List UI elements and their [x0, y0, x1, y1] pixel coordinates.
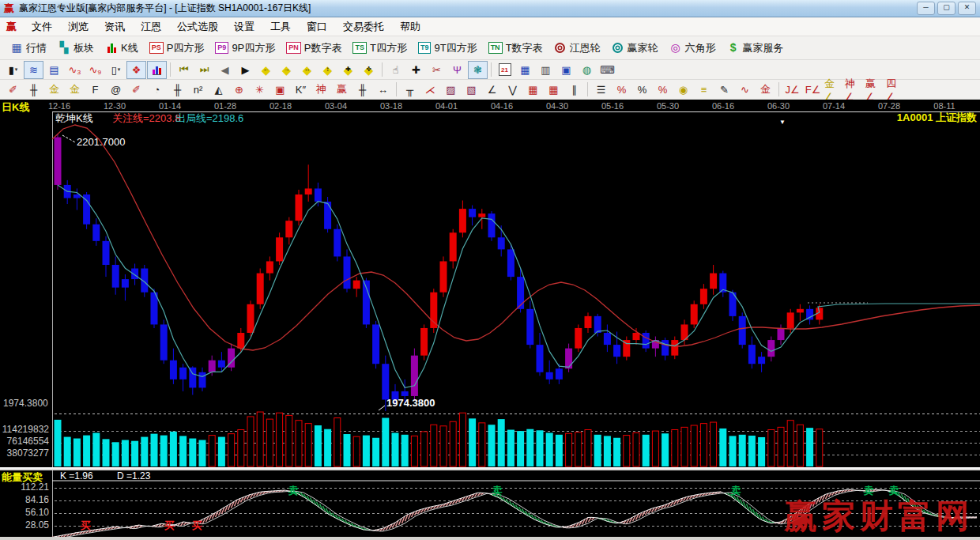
- gann-circle-button[interactable]: ⊕: [229, 81, 249, 99]
- scale-tool-button[interactable]: ☰: [591, 81, 611, 99]
- qiankun-mode-button[interactable]: ❖: [126, 61, 146, 79]
- menu-item-9[interactable]: 帮助: [392, 17, 428, 36]
- toolbar-button-p-square[interactable]: PSP四方形: [144, 39, 210, 58]
- percent-button[interactable]: %: [632, 81, 652, 99]
- toolbar-button-kline[interactable]: K线: [100, 39, 144, 58]
- menu-item-6[interactable]: 工具: [262, 17, 299, 36]
- zoom-vertical-button[interactable]: ◆↕: [318, 61, 337, 79]
- percent-level-button[interactable]: %: [653, 81, 673, 99]
- gold-ruler-2-button[interactable]: 金: [65, 81, 85, 99]
- gann-tool-button[interactable]: Ψ: [447, 61, 467, 79]
- toolbar-button-p-number-table[interactable]: PNP数字表: [281, 39, 347, 58]
- shen-tool-button[interactable]: 神: [311, 81, 331, 99]
- ruler-123-button[interactable]: ╫: [352, 81, 372, 99]
- gold-ruler-button[interactable]: 金: [44, 81, 64, 99]
- toolbar-button-9t-square[interactable]: T99T四方形: [413, 39, 483, 58]
- arc-ruler-button[interactable]: ◔: [147, 81, 167, 99]
- notes-button[interactable]: ▥: [536, 61, 556, 79]
- menu-item-5[interactable]: 设置: [226, 17, 262, 36]
- menu-item-8[interactable]: 交易委托: [335, 17, 392, 36]
- pencil-button[interactable]: ✐: [3, 81, 23, 99]
- smart-analysis-button[interactable]: ❃: [468, 61, 488, 79]
- spiral-button[interactable]: @: [106, 81, 126, 99]
- measure-button[interactable]: ✂: [427, 61, 447, 79]
- toolbar-button-quotes[interactable]: ▦行情: [5, 39, 52, 58]
- zoom-out-button[interactable]: ◆✜: [359, 61, 379, 79]
- j-angle-button[interactable]: J∠: [782, 81, 802, 99]
- first-page-button[interactable]: ⏮: [174, 61, 194, 79]
- gann-box-button[interactable]: ▣: [270, 81, 290, 99]
- grid-red-button[interactable]: ▦: [523, 81, 543, 99]
- toolbar-button-hexagon[interactable]: ◎六角形: [664, 39, 722, 58]
- gold-line-button[interactable]: 金: [756, 81, 775, 99]
- crosshair-button[interactable]: ✚: [406, 61, 426, 79]
- gold-angle-button[interactable]: 金∠: [824, 81, 843, 99]
- close-button[interactable]: ✕: [958, 2, 976, 15]
- gold-levels-button[interactable]: ≡: [694, 81, 714, 99]
- toolbar-button-9p-square[interactable]: P99P四方形: [209, 39, 281, 58]
- menu-item-0[interactable]: 文件: [24, 17, 60, 36]
- terminal-button[interactable]: ⌨: [597, 61, 617, 79]
- menu-item-4[interactable]: 公式选股: [169, 17, 226, 36]
- zoom-right-button[interactable]: ◆→: [277, 61, 296, 79]
- volume-style-button[interactable]: [147, 61, 167, 79]
- minimize-button[interactable]: ─: [917, 2, 935, 15]
- toolbar-button-t-square[interactable]: TST四方形: [347, 39, 412, 58]
- calendar-button[interactable]: 21: [495, 61, 514, 79]
- wave-line-button[interactable]: ∿: [735, 81, 755, 99]
- fib-ruler-button[interactable]: F: [85, 81, 105, 99]
- span-arrows-button[interactable]: ↔: [373, 81, 393, 99]
- kline-style-button[interactable]: ▮▾: [3, 61, 23, 79]
- angle-lines-button[interactable]: ∠: [482, 81, 502, 99]
- network-button[interactable]: ◍: [577, 61, 597, 79]
- toolbar-button-winner-service[interactable]: $赢家服务: [722, 39, 790, 58]
- draw-pencil-button[interactable]: ✎: [714, 81, 734, 99]
- zoom-left-button[interactable]: ◆←: [256, 61, 276, 79]
- menu-item-2[interactable]: 资讯: [96, 17, 133, 36]
- menu-item-7[interactable]: 窗口: [299, 17, 335, 36]
- si-angle-button[interactable]: 四∠: [885, 81, 905, 99]
- zoom-in-button[interactable]: ◆✚: [338, 61, 358, 79]
- toolbar-button-gann-wheel[interactable]: 江恩轮: [548, 39, 606, 58]
- title-bar[interactable]: 赢 赢家江恩专业版[赢家内部服务平台] - [上证指数 SH1A0001-167…: [0, 0, 980, 17]
- menu-item-3[interactable]: 江恩: [133, 17, 169, 36]
- percent-line-button[interactable]: %: [612, 81, 631, 99]
- page-next-button[interactable]: ▶: [236, 61, 255, 79]
- k-mark-button[interactable]: K″: [291, 81, 311, 99]
- fan-lines-button[interactable]: ⋌: [420, 81, 440, 99]
- dropdown-marker-icon[interactable]: ▼: [779, 119, 786, 126]
- calculator-button[interactable]: ▦: [515, 61, 535, 79]
- toolbar-button-t-number-table[interactable]: TNT数字表: [483, 39, 548, 58]
- zigzag-3-button[interactable]: ∿₃: [65, 61, 85, 79]
- save-button[interactable]: ▣: [556, 61, 576, 79]
- pane-splitter[interactable]: [0, 467, 980, 470]
- fan-box-button[interactable]: ▨: [441, 81, 461, 99]
- angle-mirror-button[interactable]: ◭: [209, 81, 228, 99]
- grid-red-2-button[interactable]: ▦: [544, 81, 564, 99]
- pencil-ruler-button[interactable]: ✐: [126, 81, 146, 99]
- square-numbers-button[interactable]: n²: [188, 81, 208, 99]
- v-lines-button[interactable]: ⋁: [503, 81, 522, 99]
- gold-circle-button[interactable]: ◉: [673, 81, 693, 99]
- maximize-button[interactable]: ▢: [937, 2, 956, 15]
- zoom-horizontal-button[interactable]: ◆↔: [297, 61, 317, 79]
- win-angle-button[interactable]: 赢∠: [865, 81, 884, 99]
- last-page-button[interactable]: ⏭: [194, 61, 214, 79]
- pan-hand-button[interactable]: ☝: [386, 61, 405, 79]
- ruler-button[interactable]: ╫: [24, 81, 43, 99]
- win-tool-button[interactable]: 赢: [332, 81, 352, 99]
- candle-type-button[interactable]: ▯▾: [106, 61, 126, 79]
- parallel-lines-button[interactable]: ∥: [564, 81, 584, 99]
- ruler-2-button[interactable]: ╫: [168, 81, 187, 99]
- fan-box-2-button[interactable]: ▧: [462, 81, 481, 99]
- menu-item-1[interactable]: 浏览: [60, 17, 96, 36]
- page-prev-button[interactable]: ◀: [215, 61, 235, 79]
- chart-mode-button[interactable]: ≋: [24, 61, 43, 79]
- gann-star-button[interactable]: ✳: [250, 81, 270, 99]
- quote-board-button[interactable]: ▤: [44, 61, 64, 79]
- pole-button[interactable]: ╥: [400, 81, 420, 99]
- shen-angle-button[interactable]: 神∠: [844, 81, 864, 99]
- toolbar-button-sectors[interactable]: ▚板块: [52, 39, 100, 58]
- toolbar-button-winner-wheel[interactable]: 赢家轮: [606, 39, 664, 58]
- zigzag-9-button[interactable]: ∿₉: [85, 61, 105, 79]
